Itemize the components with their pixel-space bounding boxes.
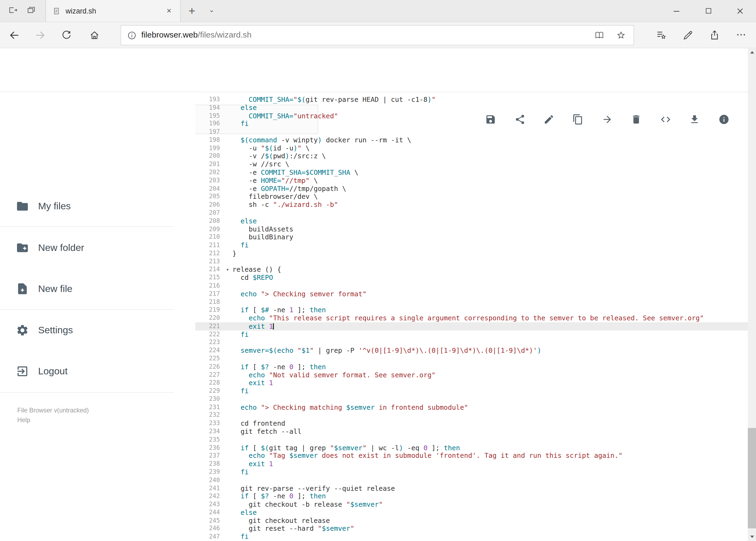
- window-minimize-button[interactable]: [660, 0, 692, 22]
- line-number[interactable]: 205: [195, 193, 224, 201]
- fold-arrow-icon[interactable]: ▾: [226, 266, 229, 274]
- line-number[interactable]: 233: [195, 419, 224, 427]
- scroll-down-button[interactable]: [748, 533, 756, 541]
- line-number[interactable]: 198: [195, 136, 224, 144]
- line-number[interactable]: 247: [195, 533, 224, 541]
- line-number[interactable]: 220: [195, 314, 224, 322]
- editor-line[interactable]: 194 else: [195, 104, 748, 112]
- line-number[interactable]: 222: [195, 330, 224, 338]
- editor-line[interactable]: 241 git rev-parse --verify --quiet relea…: [195, 484, 748, 492]
- scroll-up-button[interactable]: [748, 48, 756, 56]
- line-number[interactable]: 213: [195, 258, 224, 266]
- editor-line[interactable]: 245 git checkout release: [195, 517, 748, 525]
- line-number[interactable]: 199: [195, 144, 224, 152]
- line-number[interactable]: 224: [195, 346, 224, 355]
- editor-line[interactable]: 200 -v /$(pwd):/src:z \: [195, 152, 748, 161]
- editor-line[interactable]: 231 echo "> Checking matching $semver in…: [195, 403, 748, 411]
- editor-line[interactable]: 235: [195, 436, 748, 444]
- editor-line[interactable]: 216: [195, 282, 748, 290]
- editor-line[interactable]: 243 git checkout -b release "$semver": [195, 500, 748, 509]
- url-field[interactable]: filebrowser.web/files/wizard.sh: [121, 25, 634, 45]
- editor-line[interactable]: 242 if [ $? -ne 0 ]; then: [195, 492, 748, 500]
- more-menu-button[interactable]: ···: [732, 25, 751, 45]
- favorites-hub-button[interactable]: [651, 25, 670, 45]
- line-number[interactable]: 243: [195, 500, 224, 509]
- line-number[interactable]: 212: [195, 249, 224, 258]
- line-number[interactable]: 221: [195, 322, 224, 330]
- line-number[interactable]: 204: [195, 185, 224, 193]
- editor-line[interactable]: 229 fi: [195, 387, 748, 395]
- editor-line[interactable]: 240: [195, 476, 748, 484]
- line-number[interactable]: 210: [195, 233, 224, 241]
- line-number[interactable]: 195: [195, 112, 224, 120]
- web-note-button[interactable]: [678, 25, 697, 45]
- line-number[interactable]: 244: [195, 509, 224, 517]
- line-number[interactable]: 217: [195, 290, 224, 298]
- editor-line[interactable]: 234 git fetch --all: [195, 427, 748, 436]
- line-number[interactable]: 246: [195, 525, 224, 533]
- window-close-button[interactable]: [724, 0, 756, 22]
- sidebar-item-new-folder[interactable]: New folder: [0, 234, 195, 261]
- sidebar-item-settings[interactable]: Settings: [0, 316, 195, 343]
- editor-line[interactable]: 237 echo "Tag $semver does not exist in …: [195, 452, 748, 460]
- back-button[interactable]: [5, 25, 24, 45]
- line-number[interactable]: 229: [195, 387, 224, 395]
- favorite-star-button[interactable]: [613, 26, 630, 44]
- line-number[interactable]: 241: [195, 484, 224, 492]
- line-number[interactable]: 227: [195, 371, 224, 379]
- editor-line[interactable]: 217 echo "> Checking semver format": [195, 290, 748, 298]
- editor-line[interactable]: 230: [195, 395, 748, 403]
- set-tabs-aside-button[interactable]: [8, 5, 18, 17]
- scrollbar-thumb[interactable]: [748, 428, 756, 529]
- line-number[interactable]: 230: [195, 395, 224, 403]
- line-number[interactable]: 216: [195, 282, 224, 290]
- line-number[interactable]: 226: [195, 363, 224, 371]
- line-number[interactable]: 236: [195, 444, 224, 452]
- line-number[interactable]: 194: [195, 104, 224, 112]
- editor-line[interactable]: 202 -e COMMIT_SHA=$COMMIT_SHA \: [195, 169, 748, 177]
- line-number[interactable]: 223: [195, 338, 224, 346]
- line-number[interactable]: 200: [195, 152, 224, 161]
- line-number[interactable]: 232: [195, 411, 224, 419]
- line-number[interactable]: 193: [195, 96, 224, 104]
- editor-line[interactable]: 244 else: [195, 509, 748, 517]
- line-number[interactable]: 237: [195, 452, 224, 460]
- line-number[interactable]: 234: [195, 427, 224, 436]
- forward-button[interactable]: [31, 25, 50, 45]
- editor-line[interactable]: 232: [195, 411, 748, 419]
- editor-line[interactable]: 222 fi: [195, 330, 748, 338]
- home-button[interactable]: [85, 25, 104, 45]
- line-number[interactable]: 225: [195, 355, 224, 363]
- editor-line[interactable]: 207: [195, 209, 748, 217]
- editor-line[interactable]: 198 $(command -v winpty) docker run --rm…: [195, 136, 748, 144]
- tabs-preview-button[interactable]: [26, 5, 36, 17]
- editor-line[interactable]: 215 cd $REPO: [195, 273, 748, 282]
- editor-line[interactable]: 233 cd frontend: [195, 419, 748, 427]
- editor-line[interactable]: 224 semver=$(echo "$1" | grep -P '^v(0|[…: [195, 346, 748, 355]
- editor-line[interactable]: 223: [195, 338, 748, 346]
- line-number[interactable]: 240: [195, 476, 224, 484]
- line-number[interactable]: 203: [195, 176, 224, 185]
- editor-line[interactable]: 247 fi: [195, 533, 748, 541]
- line-number[interactable]: 208: [195, 217, 224, 225]
- tab-close-icon[interactable]: ✕: [164, 6, 174, 15]
- editor-line[interactable]: 238 exit 1: [195, 460, 748, 468]
- sidebar-item-new-file[interactable]: New file: [0, 275, 195, 302]
- editor-line[interactable]: 199 -u "$(id -u)" \: [195, 144, 748, 152]
- editor-line[interactable]: 204 -e GOPATH=//tmp/gopath \: [195, 185, 748, 193]
- line-number[interactable]: 197: [195, 128, 224, 136]
- line-number[interactable]: 231: [195, 403, 224, 411]
- editor-line[interactable]: 228 exit 1: [195, 379, 748, 387]
- editor-line[interactable]: 195 COMMIT_SHA="untracked": [195, 112, 748, 120]
- refresh-button[interactable]: [57, 25, 76, 45]
- line-number[interactable]: 245: [195, 517, 224, 525]
- help-link[interactable]: Help: [17, 415, 89, 425]
- editor-line[interactable]: 203 -e HOME="//tmp" \: [195, 176, 748, 185]
- scrollbar[interactable]: [748, 48, 756, 541]
- line-number[interactable]: 196: [195, 120, 224, 128]
- sidebar-item-logout[interactable]: Logout: [0, 357, 195, 385]
- line-number[interactable]: 206: [195, 201, 224, 209]
- editor-line[interactable]: 201 -w //src \: [195, 161, 748, 169]
- line-number[interactable]: 238: [195, 460, 224, 468]
- line-number[interactable]: 201: [195, 161, 224, 169]
